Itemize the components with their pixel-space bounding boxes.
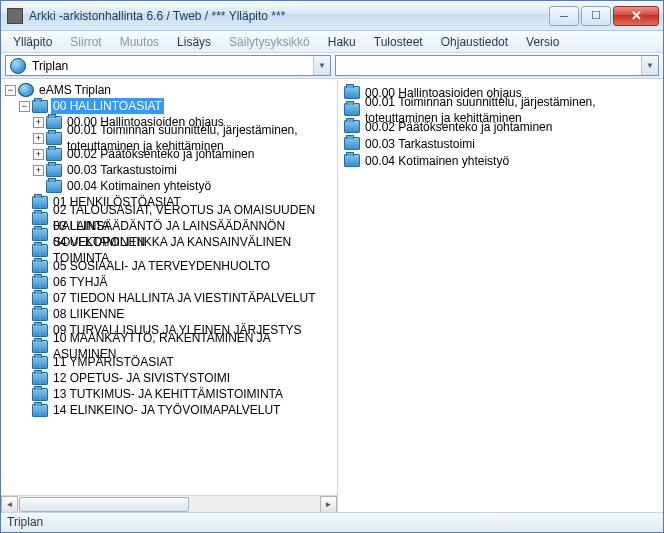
statusbar: Triplan [1, 512, 663, 532]
tree-label: 08 LIIKENNE [51, 306, 126, 322]
menu-item[interactable]: Lisäys [169, 33, 219, 51]
folder-icon [344, 154, 360, 167]
tree-label: 14 ELINKEINO- JA TYÖVOIMAPALVELUT [51, 402, 282, 418]
globe-icon [10, 58, 26, 74]
tree-spacer [19, 389, 30, 400]
tree-label: 07 TIEDON HALLINTA JA VIESTINTÄPALVELUT [51, 290, 318, 306]
tree-spacer [19, 277, 30, 288]
tree-label: 06 TYHJÄ [51, 274, 109, 290]
scroll-left-button[interactable]: ◄ [1, 496, 18, 513]
scroll-right-button[interactable]: ► [320, 496, 337, 513]
horizontal-scrollbar[interactable]: ◄ ► [1, 495, 337, 512]
list-item[interactable]: 00.01 Toiminnan suunnittelu, järjestämin… [340, 101, 661, 118]
tree-label: 00.02 Päätöksenteko ja johtaminen [65, 146, 256, 162]
folder-icon [32, 388, 48, 401]
menu-item[interactable]: Tulosteet [366, 33, 431, 51]
tree-spacer [19, 213, 30, 224]
folder-icon [32, 324, 48, 337]
tree-row[interactable]: 04 ULKOPOLITIIKKA JA KANSAINVÄLINEN TOIM… [1, 242, 337, 258]
maximize-button[interactable]: ☐ [581, 6, 611, 26]
folder-icon [32, 100, 48, 113]
tree-spacer [19, 357, 30, 368]
menu-item[interactable]: Haku [320, 33, 364, 51]
chevron-down-icon[interactable]: ▼ [641, 56, 658, 75]
folder-icon [46, 116, 62, 129]
client-area: −eAMS Triplan−00 HALLINTOASIAT+00.00 Hal… [1, 79, 663, 512]
window-title: Arkki -arkistonhallinta 6.6 / Tweb / ***… [29, 9, 549, 23]
tree-label: 00.03 Tarkastustoimi [65, 162, 179, 178]
folder-icon [344, 86, 360, 99]
tree-row[interactable]: −eAMS Triplan [1, 82, 337, 98]
tree-spacer [19, 405, 30, 416]
tree-spacer [19, 341, 30, 352]
tree-row[interactable]: 08 LIIKENNE [1, 306, 337, 322]
folder-icon [344, 120, 360, 133]
list-item[interactable]: 00.03 Tarkastustoimi [340, 135, 661, 152]
folder-icon [32, 276, 48, 289]
tree-row[interactable]: 13 TUTKIMUS- JA KEHITTÄMISTOIMINTA [1, 386, 337, 402]
close-button[interactable]: ✕ [613, 6, 659, 26]
globe-icon [18, 83, 34, 97]
tree-spacer [33, 181, 44, 192]
context-combo[interactable]: Triplan ▼ [5, 55, 331, 76]
folder-icon [32, 356, 48, 369]
status-text: Triplan [7, 515, 43, 529]
list-pane: 00.00 Hallintoasioiden ohjaus00.01 Toimi… [338, 80, 663, 512]
tree-row[interactable]: +00.03 Tarkastustoimi [1, 162, 337, 178]
minimize-button[interactable]: ─ [549, 6, 579, 26]
folder-icon [344, 137, 360, 150]
folder-icon [32, 212, 48, 225]
folder-icon [46, 180, 62, 193]
tree-view[interactable]: −eAMS Triplan−00 HALLINTOASIAT+00.00 Hal… [1, 80, 337, 495]
tree-label: 00 HALLINTOASIAT [51, 98, 164, 114]
context-combo-value: Triplan [30, 59, 313, 73]
menu-item[interactable]: Versio [518, 33, 567, 51]
tree-row[interactable]: 06 TYHJÄ [1, 274, 337, 290]
tree-spacer [19, 373, 30, 384]
tree-spacer [19, 229, 30, 240]
folder-icon [46, 164, 62, 177]
folder-icon [32, 292, 48, 305]
scroll-track[interactable] [18, 496, 320, 513]
folder-icon [46, 132, 62, 145]
menu-item: Siirrot [62, 33, 109, 51]
menu-item[interactable]: Ohjaustiedot [433, 33, 516, 51]
collapse-icon[interactable]: − [19, 101, 30, 112]
menu-item: Muutos [112, 33, 167, 51]
expand-icon[interactable]: + [33, 165, 44, 176]
tree-row[interactable]: 12 OPETUS- JA SIVISTYSTOIMI [1, 370, 337, 386]
folder-icon [32, 196, 48, 209]
scroll-thumb[interactable] [19, 497, 189, 512]
collapse-icon[interactable]: − [5, 85, 16, 96]
chevron-down-icon[interactable]: ▼ [313, 56, 330, 75]
list-view[interactable]: 00.00 Hallintoasioiden ohjaus00.01 Toimi… [338, 80, 663, 173]
list-item[interactable]: 00.04 Kotimainen yhteistyö [340, 152, 661, 169]
tree-row[interactable]: 14 ELINKEINO- JA TYÖVOIMAPALVELUT [1, 402, 337, 418]
app-icon [7, 8, 23, 24]
expand-icon[interactable]: + [33, 117, 44, 128]
folder-icon [32, 308, 48, 321]
tree-row[interactable]: +00.01 Toiminnan suunnittelu, järjestämi… [1, 130, 337, 146]
expand-icon[interactable]: + [33, 149, 44, 160]
toolbar: Triplan ▼ ▼ [1, 53, 663, 79]
folder-icon [344, 103, 360, 116]
menu-item: Säilytysyksikkö [221, 33, 318, 51]
tree-label: 00.04 Kotimainen yhteistyö [65, 178, 213, 194]
tree-spacer [19, 325, 30, 336]
app-window: Arkki -arkistonhallinta 6.6 / Tweb / ***… [0, 0, 664, 533]
tree-pane: −eAMS Triplan−00 HALLINTOASIAT+00.00 Hal… [1, 80, 338, 512]
tree-spacer [19, 309, 30, 320]
tree-row[interactable]: 10 MAANKÄYTTÖ, RAKENTAMINEN JA ASUMINEN [1, 338, 337, 354]
folder-icon [32, 228, 48, 241]
tree-label: 05 SOSIAALI- JA TERVEYDENHUOLTO [51, 258, 272, 274]
list-item-label: 00.04 Kotimainen yhteistyö [363, 153, 511, 169]
expand-icon[interactable]: + [33, 133, 44, 144]
tree-row[interactable]: 07 TIEDON HALLINTA JA VIESTINTÄPALVELUT [1, 290, 337, 306]
tree-spacer [19, 245, 30, 256]
folder-icon [32, 404, 48, 417]
tree-row[interactable]: −00 HALLINTOASIAT [1, 98, 337, 114]
tree-row[interactable]: 00.04 Kotimainen yhteistyö [1, 178, 337, 194]
titlebar[interactable]: Arkki -arkistonhallinta 6.6 / Tweb / ***… [1, 1, 663, 31]
filter-combo[interactable]: ▼ [335, 55, 659, 76]
menu-item[interactable]: Ylläpito [5, 33, 60, 51]
